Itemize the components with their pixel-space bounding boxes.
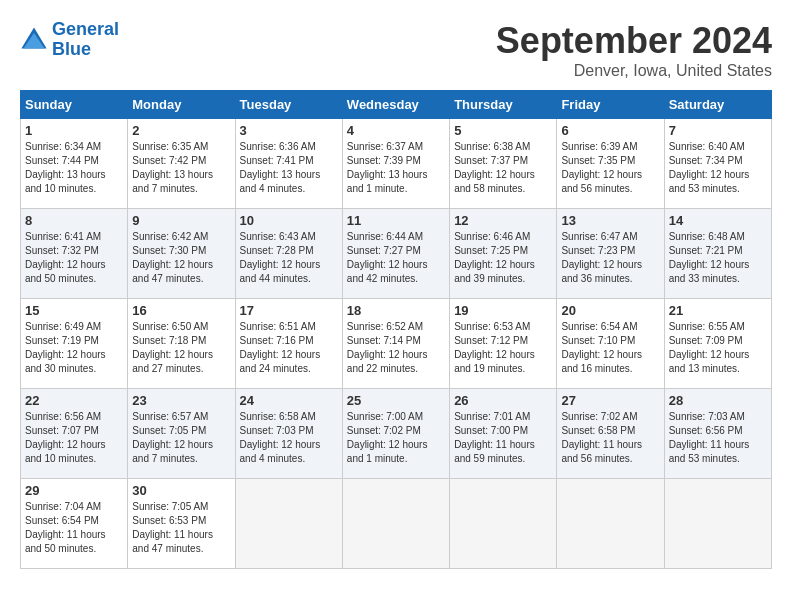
logo-general: General — [52, 19, 119, 39]
day-info: Sunrise: 6:49 AM Sunset: 7:19 PM Dayligh… — [25, 320, 123, 376]
day-number: 21 — [669, 303, 767, 318]
calendar-cell: 22 Sunrise: 6:56 AM Sunset: 7:07 PM Dayl… — [21, 389, 128, 479]
day-info: Sunrise: 6:39 AM Sunset: 7:35 PM Dayligh… — [561, 140, 659, 196]
calendar-cell: 9 Sunrise: 6:42 AM Sunset: 7:30 PM Dayli… — [128, 209, 235, 299]
day-info: Sunrise: 6:40 AM Sunset: 7:34 PM Dayligh… — [669, 140, 767, 196]
calendar-cell: 24 Sunrise: 6:58 AM Sunset: 7:03 PM Dayl… — [235, 389, 342, 479]
day-number: 29 — [25, 483, 123, 498]
title-block: September 2024 Denver, Iowa, United Stat… — [496, 20, 772, 80]
calendar-cell: 14 Sunrise: 6:48 AM Sunset: 7:21 PM Dayl… — [664, 209, 771, 299]
calendar-cell: 23 Sunrise: 6:57 AM Sunset: 7:05 PM Dayl… — [128, 389, 235, 479]
calendar-week-row: 8 Sunrise: 6:41 AM Sunset: 7:32 PM Dayli… — [21, 209, 772, 299]
calendar-week-row: 29 Sunrise: 7:04 AM Sunset: 6:54 PM Dayl… — [21, 479, 772, 569]
day-number: 24 — [240, 393, 338, 408]
calendar-week-row: 1 Sunrise: 6:34 AM Sunset: 7:44 PM Dayli… — [21, 119, 772, 209]
calendar-cell: 26 Sunrise: 7:01 AM Sunset: 7:00 PM Dayl… — [450, 389, 557, 479]
calendar-cell: 15 Sunrise: 6:49 AM Sunset: 7:19 PM Dayl… — [21, 299, 128, 389]
col-header-thursday: Thursday — [450, 91, 557, 119]
day-info: Sunrise: 6:48 AM Sunset: 7:21 PM Dayligh… — [669, 230, 767, 286]
calendar-cell: 2 Sunrise: 6:35 AM Sunset: 7:42 PM Dayli… — [128, 119, 235, 209]
day-number: 28 — [669, 393, 767, 408]
day-info: Sunrise: 6:38 AM Sunset: 7:37 PM Dayligh… — [454, 140, 552, 196]
day-info: Sunrise: 6:54 AM Sunset: 7:10 PM Dayligh… — [561, 320, 659, 376]
calendar-week-row: 22 Sunrise: 6:56 AM Sunset: 7:07 PM Dayl… — [21, 389, 772, 479]
day-info: Sunrise: 6:46 AM Sunset: 7:25 PM Dayligh… — [454, 230, 552, 286]
calendar-cell: 20 Sunrise: 6:54 AM Sunset: 7:10 PM Dayl… — [557, 299, 664, 389]
calendar-table: SundayMondayTuesdayWednesdayThursdayFrid… — [20, 90, 772, 569]
col-header-sunday: Sunday — [21, 91, 128, 119]
logo-blue: Blue — [52, 39, 91, 59]
page-header: General Blue September 2024 Denver, Iowa… — [20, 20, 772, 80]
day-number: 16 — [132, 303, 230, 318]
calendar-cell: 11 Sunrise: 6:44 AM Sunset: 7:27 PM Dayl… — [342, 209, 449, 299]
day-number: 12 — [454, 213, 552, 228]
day-info: Sunrise: 6:35 AM Sunset: 7:42 PM Dayligh… — [132, 140, 230, 196]
calendar-cell: 1 Sunrise: 6:34 AM Sunset: 7:44 PM Dayli… — [21, 119, 128, 209]
calendar-cell: 5 Sunrise: 6:38 AM Sunset: 7:37 PM Dayli… — [450, 119, 557, 209]
day-info: Sunrise: 6:50 AM Sunset: 7:18 PM Dayligh… — [132, 320, 230, 376]
day-number: 22 — [25, 393, 123, 408]
day-info: Sunrise: 6:43 AM Sunset: 7:28 PM Dayligh… — [240, 230, 338, 286]
col-header-monday: Monday — [128, 91, 235, 119]
day-number: 15 — [25, 303, 123, 318]
day-number: 6 — [561, 123, 659, 138]
calendar-cell: 13 Sunrise: 6:47 AM Sunset: 7:23 PM Dayl… — [557, 209, 664, 299]
calendar-cell: 10 Sunrise: 6:43 AM Sunset: 7:28 PM Dayl… — [235, 209, 342, 299]
day-info: Sunrise: 6:53 AM Sunset: 7:12 PM Dayligh… — [454, 320, 552, 376]
day-info: Sunrise: 6:34 AM Sunset: 7:44 PM Dayligh… — [25, 140, 123, 196]
day-info: Sunrise: 6:55 AM Sunset: 7:09 PM Dayligh… — [669, 320, 767, 376]
month-title: September 2024 — [496, 20, 772, 62]
calendar-cell: 27 Sunrise: 7:02 AM Sunset: 6:58 PM Dayl… — [557, 389, 664, 479]
day-number: 4 — [347, 123, 445, 138]
day-number: 14 — [669, 213, 767, 228]
calendar-header-row: SundayMondayTuesdayWednesdayThursdayFrid… — [21, 91, 772, 119]
calendar-cell — [664, 479, 771, 569]
day-number: 1 — [25, 123, 123, 138]
day-info: Sunrise: 7:02 AM Sunset: 6:58 PM Dayligh… — [561, 410, 659, 466]
calendar-cell: 18 Sunrise: 6:52 AM Sunset: 7:14 PM Dayl… — [342, 299, 449, 389]
logo-icon — [20, 26, 48, 54]
day-number: 5 — [454, 123, 552, 138]
day-info: Sunrise: 6:47 AM Sunset: 7:23 PM Dayligh… — [561, 230, 659, 286]
day-info: Sunrise: 6:56 AM Sunset: 7:07 PM Dayligh… — [25, 410, 123, 466]
day-number: 9 — [132, 213, 230, 228]
calendar-cell: 30 Sunrise: 7:05 AM Sunset: 6:53 PM Dayl… — [128, 479, 235, 569]
calendar-cell: 19 Sunrise: 6:53 AM Sunset: 7:12 PM Dayl… — [450, 299, 557, 389]
day-number: 2 — [132, 123, 230, 138]
calendar-cell: 4 Sunrise: 6:37 AM Sunset: 7:39 PM Dayli… — [342, 119, 449, 209]
day-number: 17 — [240, 303, 338, 318]
logo: General Blue — [20, 20, 119, 60]
calendar-cell — [235, 479, 342, 569]
day-number: 7 — [669, 123, 767, 138]
day-info: Sunrise: 7:01 AM Sunset: 7:00 PM Dayligh… — [454, 410, 552, 466]
calendar-cell: 17 Sunrise: 6:51 AM Sunset: 7:16 PM Dayl… — [235, 299, 342, 389]
day-info: Sunrise: 7:04 AM Sunset: 6:54 PM Dayligh… — [25, 500, 123, 556]
day-info: Sunrise: 7:00 AM Sunset: 7:02 PM Dayligh… — [347, 410, 445, 466]
day-number: 30 — [132, 483, 230, 498]
day-number: 13 — [561, 213, 659, 228]
calendar-week-row: 15 Sunrise: 6:49 AM Sunset: 7:19 PM Dayl… — [21, 299, 772, 389]
day-info: Sunrise: 6:52 AM Sunset: 7:14 PM Dayligh… — [347, 320, 445, 376]
calendar-cell: 29 Sunrise: 7:04 AM Sunset: 6:54 PM Dayl… — [21, 479, 128, 569]
location-title: Denver, Iowa, United States — [496, 62, 772, 80]
day-info: Sunrise: 6:42 AM Sunset: 7:30 PM Dayligh… — [132, 230, 230, 286]
day-info: Sunrise: 6:51 AM Sunset: 7:16 PM Dayligh… — [240, 320, 338, 376]
day-number: 26 — [454, 393, 552, 408]
day-info: Sunrise: 6:58 AM Sunset: 7:03 PM Dayligh… — [240, 410, 338, 466]
calendar-cell: 12 Sunrise: 6:46 AM Sunset: 7:25 PM Dayl… — [450, 209, 557, 299]
logo-text: General Blue — [52, 20, 119, 60]
day-number: 8 — [25, 213, 123, 228]
col-header-tuesday: Tuesday — [235, 91, 342, 119]
calendar-cell: 6 Sunrise: 6:39 AM Sunset: 7:35 PM Dayli… — [557, 119, 664, 209]
day-info: Sunrise: 6:36 AM Sunset: 7:41 PM Dayligh… — [240, 140, 338, 196]
day-number: 20 — [561, 303, 659, 318]
day-number: 10 — [240, 213, 338, 228]
day-number: 19 — [454, 303, 552, 318]
day-number: 11 — [347, 213, 445, 228]
calendar-cell: 16 Sunrise: 6:50 AM Sunset: 7:18 PM Dayl… — [128, 299, 235, 389]
calendar-cell: 25 Sunrise: 7:00 AM Sunset: 7:02 PM Dayl… — [342, 389, 449, 479]
col-header-wednesday: Wednesday — [342, 91, 449, 119]
day-info: Sunrise: 6:57 AM Sunset: 7:05 PM Dayligh… — [132, 410, 230, 466]
calendar-cell: 3 Sunrise: 6:36 AM Sunset: 7:41 PM Dayli… — [235, 119, 342, 209]
day-number: 25 — [347, 393, 445, 408]
